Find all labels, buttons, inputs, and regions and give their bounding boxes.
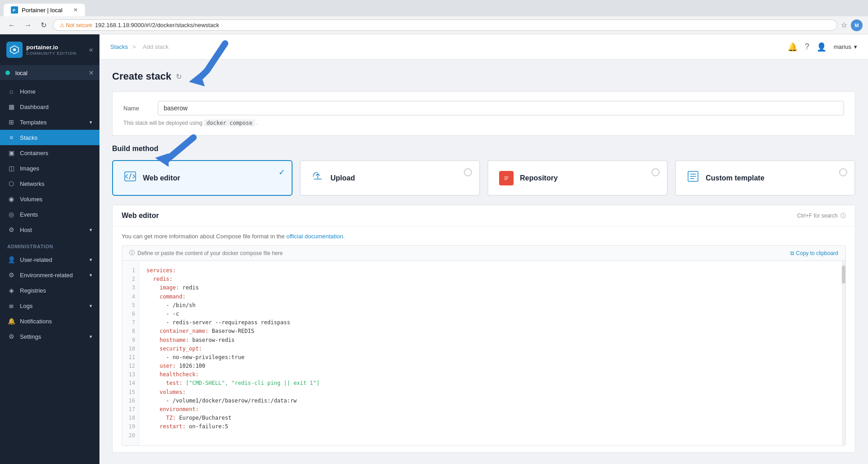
images-icon: ◫: [7, 165, 15, 172]
sidebar-item-dashboard[interactable]: ▦ Dashboard: [0, 99, 99, 114]
sidebar-item-label: Host: [20, 227, 32, 233]
code-editor[interactable]: 12345 678910 1112131415 1617181920 servi…: [122, 261, 846, 446]
stacks-icon: ≡: [7, 134, 15, 141]
sidebar-item-events[interactable]: ◎ Events: [0, 207, 99, 222]
web-editor-checkmark-icon: ✓: [278, 167, 285, 177]
user-related-expand-icon: ▾: [90, 257, 92, 263]
networks-icon: ⬡: [7, 180, 15, 187]
tab-close-button[interactable]: ✕: [73, 7, 78, 13]
env-name-label: local: [15, 70, 28, 76]
page-title-row: Create stack ↻: [112, 71, 855, 82]
browser-chrome: P Portainer | local ✕: [0, 0, 868, 16]
editor-info-text: You can get more information about Compo…: [122, 233, 846, 240]
tab-title: Portainer | local: [22, 7, 62, 14]
sidebar-item-label: Stacks: [20, 134, 38, 141]
env-related-expand-icon: ▾: [90, 272, 92, 278]
custom-template-card[interactable]: Custom template: [675, 160, 855, 196]
editor-header: Web editor Ctrl+F for search ⓘ: [113, 205, 855, 227]
official-docs-link[interactable]: official documentation.: [286, 233, 344, 240]
user-related-icon: 👤: [7, 256, 15, 263]
page-content: Create stack ↻ Name This stack will be d…: [99, 60, 868, 464]
sidebar-item-logs[interactable]: ≣ Logs ▾: [0, 298, 99, 313]
sidebar-item-volumes[interactable]: ◉ Volumes: [0, 191, 99, 207]
logs-expand-icon: ▾: [90, 303, 92, 309]
docker-compose-code: docker compose: [204, 119, 255, 127]
search-hint-icon: ⓘ: [840, 212, 846, 220]
main-content: Stacks > Add stack 🔔 ? 👤 marius ▾ Create…: [99, 34, 868, 464]
sidebar-env-item[interactable]: local ✕: [0, 66, 99, 80]
warning-icon: ⚠: [60, 22, 65, 28]
editor-toolbar: ⓘ Define or paste the content of your do…: [122, 245, 846, 261]
templates-icon: ⊞: [7, 118, 15, 126]
build-method-title: Build method: [112, 145, 855, 153]
help-button[interactable]: ?: [805, 42, 809, 52]
upload-icon: [311, 170, 324, 186]
app-layout: portainer.io COMMUNITY EDITION « local ✕…: [0, 34, 868, 464]
sidebar-item-label: Home: [20, 88, 36, 95]
sidebar: portainer.io COMMUNITY EDITION « local ✕…: [0, 34, 99, 464]
sidebar-item-env-related[interactable]: ⚙ Environment-related ▾: [0, 267, 99, 283]
sidebar-item-notifications[interactable]: 🔔 Notifications: [0, 313, 99, 329]
sidebar-item-stacks[interactable]: ≡ Stacks: [0, 130, 99, 145]
user-menu[interactable]: marius ▾: [834, 43, 857, 50]
nav-forward-button[interactable]: →: [22, 19, 34, 31]
sidebar-logo: portainer.io COMMUNITY EDITION: [6, 42, 76, 58]
svg-text:P: P: [13, 8, 15, 13]
nav-reload-button[interactable]: ↻: [38, 19, 49, 31]
logo-subtitle: COMMUNITY EDITION: [26, 51, 76, 56]
breadcrumb-stacks-link[interactable]: Stacks: [110, 43, 128, 50]
sidebar-item-images[interactable]: ◫ Images: [0, 161, 99, 176]
sidebar-item-networks[interactable]: ⬡ Networks: [0, 176, 99, 191]
user-menu-chevron-icon: ▾: [854, 43, 857, 50]
logo-icon: [6, 42, 23, 58]
host-icon: ⚙: [7, 226, 15, 233]
code-content[interactable]: services: redis: image: redis command: -…: [139, 261, 845, 445]
sidebar-item-containers[interactable]: ▣ Containers: [0, 145, 99, 161]
refresh-button[interactable]: ↻: [176, 72, 182, 81]
sidebar-item-templates[interactable]: ⊞ Templates ▾: [0, 114, 99, 130]
name-input[interactable]: [158, 101, 844, 115]
logo-text-group: portainer.io COMMUNITY EDITION: [26, 44, 76, 56]
build-method-section: Build method Web editor ✓: [112, 145, 855, 196]
sidebar-item-label: Environment-related: [20, 272, 73, 279]
sidebar-item-home[interactable]: ⌂ Home: [0, 84, 99, 99]
env-close-button[interactable]: ✕: [89, 69, 94, 76]
editor-scrollbar[interactable]: [842, 261, 845, 445]
notifications-bell-icon[interactable]: 🔔: [788, 42, 797, 52]
settings-icon: ⚙: [7, 333, 15, 340]
user-name-label: marius: [834, 43, 851, 50]
settings-expand-icon: ▾: [90, 334, 92, 340]
sidebar-item-user-related[interactable]: 👤 User-related ▾: [0, 252, 99, 267]
upload-radio: [464, 168, 472, 176]
logo-name: portainer.io: [26, 44, 76, 51]
profile-button[interactable]: M: [851, 19, 863, 31]
sidebar-collapse-button[interactable]: «: [89, 46, 93, 54]
env-dot: local: [5, 70, 28, 76]
upload-card[interactable]: Upload: [300, 160, 480, 196]
repository-card[interactable]: Repository: [487, 160, 668, 196]
sidebar-item-settings[interactable]: ⚙ Settings ▾: [0, 329, 99, 344]
scrollbar-thumb[interactable]: [842, 265, 845, 284]
sidebar-item-label: Containers: [20, 150, 48, 156]
sidebar-item-registries[interactable]: ◈ Registries: [0, 283, 99, 298]
address-bar[interactable]: ⚠ Not secure 192.168.1.18:9000/#!/2/dock…: [53, 19, 837, 31]
repository-radio: [651, 168, 660, 176]
browser-tabs: P Portainer | local ✕: [4, 4, 864, 16]
registries-icon: ◈: [7, 287, 15, 294]
svg-point-2: [13, 48, 16, 51]
templates-expand-icon: ▾: [90, 119, 92, 125]
browser-tab[interactable]: P Portainer | local ✕: [4, 4, 85, 16]
logs-icon: ≣: [7, 302, 15, 309]
bookmark-button[interactable]: ☆: [841, 21, 847, 29]
deploy-hint: This stack will be deployed using docker…: [123, 120, 844, 126]
web-editor-card[interactable]: Web editor ✓: [112, 160, 292, 196]
sidebar-item-host[interactable]: ⚙ Host ▾: [0, 222, 99, 237]
top-actions: 🔔 ? 👤 marius ▾: [788, 42, 857, 52]
env-related-icon: ⚙: [7, 271, 15, 279]
nav-back-button[interactable]: ←: [5, 19, 18, 31]
sidebar-item-label: Settings: [20, 333, 41, 340]
breadcrumb-current: Add stack: [143, 43, 169, 50]
custom-template-icon: [687, 170, 699, 186]
editor-section-title: Web editor: [122, 212, 159, 220]
copy-to-clipboard-button[interactable]: ⧉ Copy to clipboard: [790, 250, 838, 256]
